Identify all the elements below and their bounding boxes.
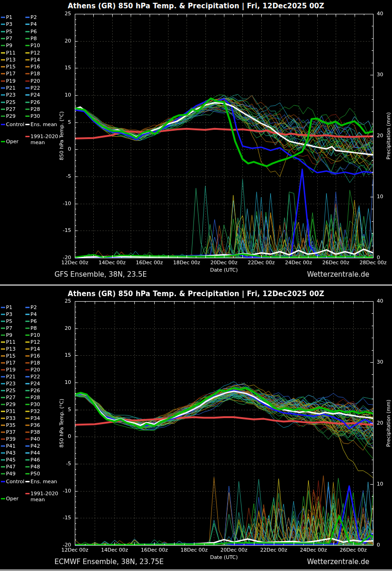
legend-swatch (25, 425, 30, 426)
legend-swatch (25, 390, 30, 391)
legend-swatch (25, 341, 30, 343)
legend-member-label: P43 (6, 450, 16, 456)
x-tick-label: 24Dec 00z (294, 547, 333, 553)
precip-tick-label: 10 (377, 481, 383, 487)
legend-swatch (25, 355, 30, 357)
x-tick-label: 24Dec 00z (279, 260, 318, 266)
legend-member-label: P36 (30, 422, 40, 428)
legend-clim-label-line2: mean (30, 497, 45, 503)
legend-swatch-ens-mean (25, 481, 30, 482)
legend-swatch (25, 59, 30, 61)
legend-swatch (1, 383, 5, 384)
legend-member-label: P28 (30, 395, 40, 401)
legend-swatch (1, 73, 5, 74)
precip-axis-label: Precipitation (mm) (386, 112, 392, 159)
date-axis-label: Date (UTC) (210, 554, 238, 560)
legend-member-label: P17 (6, 360, 16, 366)
legend-member-label: P15 (6, 64, 16, 70)
temp-tick-label: 25 (46, 298, 71, 304)
legend-swatch (25, 80, 30, 82)
legend-swatch (1, 369, 5, 371)
legend-swatch (1, 438, 5, 440)
legend-member-label: P30 (30, 113, 40, 119)
legend-member-label: P3 (6, 21, 12, 27)
legend-member-label: P6 (30, 318, 37, 324)
legend-member-label: P1 (6, 304, 12, 310)
legend-member-label: P2 (30, 14, 37, 20)
legend-member-label: P27 (6, 106, 16, 112)
legend-member-label: P47 (6, 464, 16, 470)
legend-swatch (25, 411, 30, 412)
legend-member-label: P22 (30, 85, 40, 91)
precip-tick-label: 10 (377, 194, 383, 200)
legend-swatch (1, 452, 5, 454)
legend-oper-label: Oper (6, 139, 18, 145)
legend-member-label: P42 (30, 443, 40, 449)
x-tick-label: 26Dec 00z (334, 547, 373, 553)
legend-swatch (1, 328, 5, 329)
legend-member-label: P21 (6, 85, 16, 91)
legend-swatch (1, 94, 5, 96)
legend-swatch (25, 431, 30, 433)
legend-member-label: P22 (30, 374, 40, 380)
legend-member-label: P37 (6, 429, 16, 435)
legend-swatch (1, 31, 5, 32)
legend-swatch (25, 94, 30, 96)
legend-swatch-control (1, 124, 5, 125)
legend-member-label: P9 (6, 43, 12, 49)
legend-swatch-oper (1, 141, 5, 142)
legend-member-label: P16 (30, 64, 40, 70)
legend-swatch (25, 418, 30, 419)
legend-swatch (25, 445, 30, 447)
legend-member-label: P30 (30, 401, 40, 407)
temp-tick-label: -5 (46, 461, 71, 467)
legend-member-label: P11 (6, 339, 16, 345)
model-caption: GFS Ensemble, 38N, 23.5E (54, 270, 147, 279)
legend-member-label: P38 (30, 429, 40, 435)
legend-member-label: P28 (30, 106, 40, 112)
legend-member-label: P23 (6, 381, 16, 387)
temp-axis-label: 850 hPa Temp. (°C) (59, 111, 65, 160)
legend-swatch (25, 24, 30, 25)
x-tick-label: 18Dec 00z (167, 260, 206, 266)
legend-swatch-clim (25, 493, 30, 494)
legend-member-label: P18 (30, 360, 40, 366)
legend-swatch-oper (1, 498, 5, 499)
legend-member-label: P16 (30, 353, 40, 359)
temp-tick-label: 15 (46, 352, 71, 358)
model-caption: ECMWF Ensemble, 38N, 23.75E (54, 558, 163, 566)
legend-member-label: P48 (30, 464, 40, 470)
x-tick-label: 20Dec 00z (215, 547, 253, 553)
legend-member-label: P14 (30, 346, 40, 352)
precip-tick-label: 20 (377, 420, 383, 426)
legend-swatch (1, 24, 5, 25)
legend-member-label: P8 (30, 36, 37, 42)
legend-swatch (25, 404, 30, 405)
legend-member-label: P13 (6, 57, 16, 63)
legend-member-label: P4 (30, 21, 37, 27)
legend-member-label: P19 (6, 78, 16, 84)
legend-oper-label: Oper (6, 496, 18, 502)
x-tick-label: 14Dec 00z (93, 260, 132, 266)
legend-member-label: P25 (6, 99, 16, 105)
legend-member-label: P9 (6, 332, 12, 338)
legend-member-label: P41 (6, 443, 16, 449)
legend-swatch (25, 328, 30, 329)
legend-member-label: P3 (6, 311, 12, 317)
legend-swatch (1, 411, 5, 412)
temp-tick-label: 25 (46, 11, 71, 17)
legend-swatch (25, 307, 30, 308)
legend-swatch (25, 66, 30, 67)
legend-member-label: P39 (6, 436, 16, 442)
temp-tick-label: 10 (46, 379, 71, 385)
precip-tick-label: 30 (377, 359, 383, 365)
temp-tick-label: -20 (46, 255, 71, 261)
x-tick-label: 22Dec 00z (242, 260, 281, 266)
legend-swatch (1, 431, 5, 433)
legend-member-label: P19 (6, 367, 16, 373)
legend-swatch (25, 369, 30, 371)
legend-member-label: P23 (6, 92, 16, 98)
legend-member-label: P6 (30, 29, 37, 35)
legend-member-label: P35 (6, 422, 16, 428)
legend-swatch (1, 87, 5, 89)
